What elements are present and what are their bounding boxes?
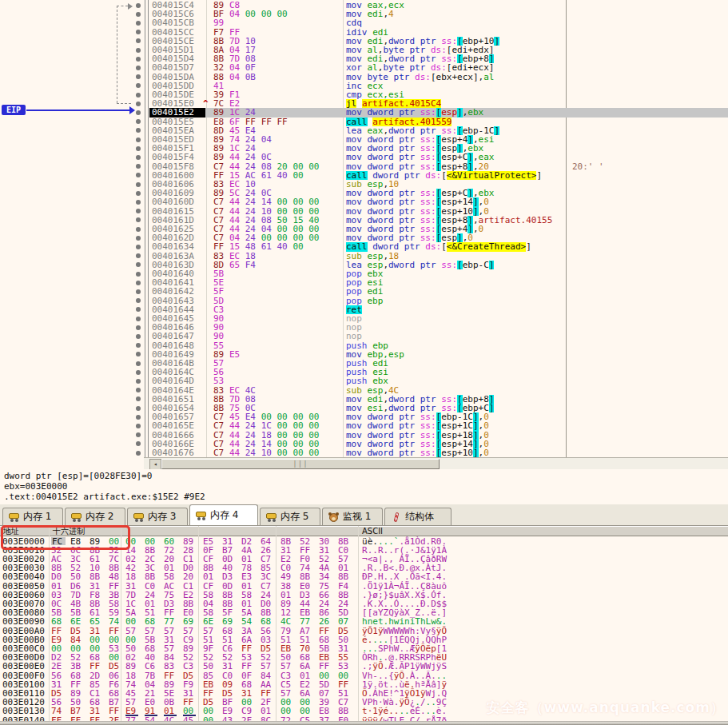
hex-byte[interactable]: E3 <box>241 572 254 580</box>
hex-byte[interactable]: FF <box>261 689 273 697</box>
hex-byte[interactable]: 78 <box>241 564 254 572</box>
breakpoint-dot[interactable] <box>136 317 141 321</box>
hex-byte[interactable]: 57 <box>261 662 273 670</box>
breakpoint-dot[interactable] <box>136 48 141 53</box>
hex-byte[interactable]: C1 <box>183 555 196 563</box>
breakpoint-dot[interactable] <box>136 38 141 43</box>
hex-byte[interactable]: 8B <box>280 537 293 545</box>
hex-byte[interactable]: D5 <box>183 671 196 679</box>
hex-byte[interactable]: 8B <box>109 564 121 572</box>
disasm-row[interactable]: 00401600FF 15 AC 61 40 00call dword ptr … <box>0 171 728 180</box>
instr-cell[interactable]: mov dword ptr ss:[esp+1C],0 <box>346 421 566 430</box>
hex-byte[interactable]: 53 <box>338 662 351 670</box>
hex-byte[interactable]: 53 <box>109 644 121 652</box>
hex-byte[interactable]: F0 <box>300 555 312 563</box>
hex-byte[interactable]: 79 <box>280 627 293 635</box>
disasm-row[interactable]: 00401615C7 44 24 10 00 00 00mov dword pt… <box>0 207 728 216</box>
disasm-row[interactable]: 00401634FF 15 48 61 40 00call dword ptr … <box>0 242 728 251</box>
instr-cell[interactable]: push ebx <box>346 376 566 385</box>
disasm-row[interactable]: 004015D732 04 0Fxor al,byte ptr ds:[edi+… <box>0 63 728 72</box>
hex-byte[interactable]: 8B <box>90 572 102 580</box>
breakpoint-dot[interactable] <box>136 217 141 222</box>
hex-byte[interactable]: 57 <box>145 627 157 635</box>
breakpoint-dot[interactable] <box>136 272 141 277</box>
hex-byte[interactable]: 8B <box>145 572 157 580</box>
breakpoint-dot[interactable] <box>136 200 141 205</box>
disasm-row[interactable]: 0040161DC7 44 24 08 50 15 40mov dword pt… <box>0 216 728 225</box>
hex-byte[interactable]: 31 <box>280 546 293 554</box>
hex-byte[interactable]: 34 <box>319 572 332 580</box>
hex-byte[interactable]: 8B <box>145 546 157 554</box>
bytes-cell[interactable]: BF 04 00 00 00 <box>213 10 288 18</box>
hex-byte[interactable]: 5B <box>145 635 157 643</box>
instr-cell[interactable]: call artifact.401559 <box>346 118 566 126</box>
hex-byte[interactable]: 20 <box>164 555 177 563</box>
disasm-row[interactable]: 004015E289 1C 24mov dword ptr ss:[esp],e… <box>0 108 728 117</box>
hex-byte[interactable]: 02 <box>125 653 138 661</box>
scroll-left-button[interactable]: ◂ <box>149 459 161 470</box>
disasm-row[interactable]: 004016405Bpop ebx <box>0 269 728 278</box>
hex-byte[interactable]: 69 <box>222 617 235 625</box>
hex-byte[interactable]: 01 <box>145 600 157 607</box>
hex-byte[interactable]: 0F <box>203 546 216 554</box>
hex-byte[interactable]: 31 <box>241 689 254 697</box>
hex-byte[interactable]: 89 <box>280 600 293 607</box>
hex-byte[interactable]: 24 <box>319 600 332 607</box>
breakpoint-dot[interactable] <box>136 3 141 8</box>
disasm-row[interactable]: 0040160DC7 44 24 14 00 00 00mov dword pt… <box>0 197 728 206</box>
hex-byte[interactable]: C7 <box>261 582 273 590</box>
disasm-row[interactable]: 004015EA8D 45 E4lea eax,dword ptr ss:[eb… <box>0 126 728 135</box>
breakpoint-dot[interactable] <box>136 227 141 232</box>
hex-byte[interactable]: 21 <box>145 689 157 697</box>
hex-byte[interactable]: 57 <box>203 627 216 635</box>
instr-cell[interactable]: mov al,byte ptr ds:[edi+edx] <box>346 46 566 54</box>
hex-byte[interactable]: 00 <box>70 644 83 652</box>
hex-byte[interactable]: 56 <box>261 627 273 635</box>
hex-byte[interactable]: 0F <box>241 671 254 679</box>
hex-byte[interactable]: 01 <box>203 572 216 580</box>
hex-byte[interactable]: D3 <box>222 572 235 580</box>
hex-byte[interactable]: C1 <box>90 689 102 697</box>
hex-byte[interactable]: 86 <box>319 608 332 616</box>
instr-cell[interactable]: call dword ptr ds:[<&CreateThread>] <box>346 242 566 251</box>
scrollbar-thumb[interactable]: ||| <box>161 459 440 469</box>
breakpoint-dot[interactable] <box>136 74 141 79</box>
hex-byte[interactable]: 00 <box>319 671 332 679</box>
hex-byte[interactable]: 01 <box>51 582 64 590</box>
hex-byte[interactable]: 51 <box>222 635 235 643</box>
hex-byte[interactable]: 01 <box>164 564 177 572</box>
hex-byte[interactable]: 55 <box>338 653 351 661</box>
hex-byte[interactable]: 31 <box>51 680 64 688</box>
hex-byte[interactable]: 42 <box>125 564 138 572</box>
disasm-row[interactable]: 0040164790nop <box>0 332 728 341</box>
hex-byte[interactable]: 84 <box>164 653 177 661</box>
instr-cell[interactable]: lea esp,dword ptr ss:[ebp-C] <box>346 261 566 269</box>
instr-cell[interactable]: mov edi,dword ptr ss:[ebp+8] <box>346 395 566 404</box>
addr-cell[interactable]: 00401634 <box>152 242 194 251</box>
breakpoint-dot[interactable] <box>136 83 141 88</box>
hex-byte[interactable]: 56 <box>51 671 64 679</box>
hex-byte[interactable]: 24 <box>145 591 157 599</box>
hex-byte[interactable]: 4A <box>319 564 332 572</box>
breakpoint-dot[interactable] <box>136 191 141 196</box>
hex-byte[interactable]: 00 <box>300 698 312 706</box>
hex-byte[interactable]: 74 <box>300 564 312 572</box>
instr-cell[interactable]: pop ebp <box>346 297 566 305</box>
hex-byte[interactable]: 68 <box>222 627 235 635</box>
breakpoint-dot[interactable] <box>136 146 141 151</box>
hex-byte[interactable]: 40 <box>222 564 235 572</box>
hex-byte[interactable]: D6 <box>70 582 83 590</box>
hex-byte[interactable]: 3C <box>70 555 83 563</box>
hex-byte[interactable]: 5B <box>319 644 332 652</box>
hex-byte[interactable]: 31 <box>90 582 102 590</box>
instr-cell[interactable]: mov dword ptr ss:[esp+18],0 <box>346 431 566 440</box>
hex-byte[interactable]: 3C <box>261 572 273 580</box>
hex-byte[interactable]: 9F <box>203 644 216 652</box>
hex-byte[interactable]: 68 <box>300 653 312 661</box>
hex-byte[interactable]: 51 <box>338 689 351 697</box>
addr-cell[interactable]: 00401642 <box>152 287 194 296</box>
hex-byte[interactable]: 00 <box>203 707 216 715</box>
hex-byte[interactable]: E0 <box>300 582 312 590</box>
hex-byte[interactable]: EB <box>280 644 293 652</box>
hex-byte[interactable]: 58 <box>241 591 254 599</box>
